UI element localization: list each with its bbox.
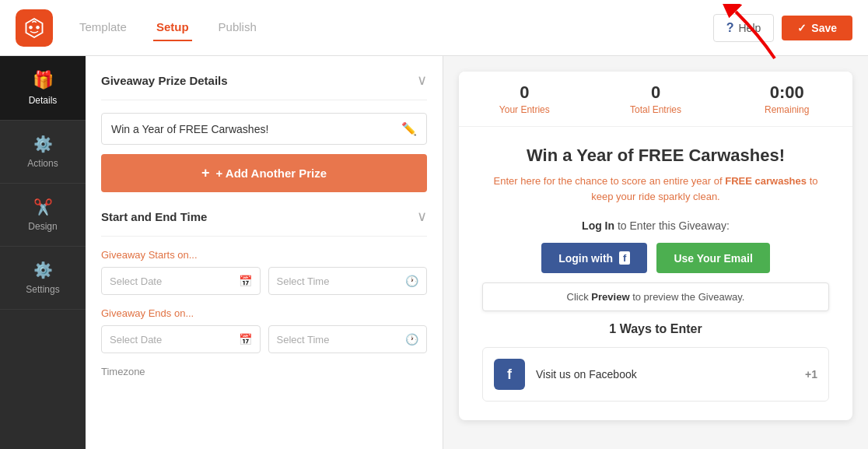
start-date-input[interactable]: Select Date 📅	[101, 267, 261, 295]
ends-label: Giveaway Ends on...	[101, 307, 427, 319]
sidebar-item-design-label: Design	[28, 221, 57, 232]
prize-edit-icon[interactable]: ✏️	[401, 121, 417, 136]
fb-login-text: Login with	[558, 252, 613, 265]
fb-entry-icon: f	[494, 359, 525, 390]
prize-section-title: Giveaway Prize Details	[101, 74, 228, 87]
stat-remaining: 0:00 Remaining	[721, 82, 852, 115]
login-prompt-strong: Log In	[582, 219, 614, 232]
prize-input-row: Win a Year of FREE Carwashes! ✏️	[101, 113, 427, 145]
total-entries-value: 0	[590, 82, 722, 103]
sidebar: 🎁 Details ⚙️ Actions ✂️ Design ⚙️ Settin…	[0, 56, 86, 449]
tooltip-bold: Preview	[591, 291, 629, 303]
end-time-input[interactable]: Select Time 🕐	[268, 325, 428, 353]
help-label: Help	[739, 22, 761, 34]
save-label: Save	[811, 22, 837, 34]
schedule-section-header: Start and End Time ∨	[101, 208, 427, 237]
preview-title: Win a Year of FREE Carwashes!	[482, 146, 829, 166]
desc-highlight: FREE carwashes	[725, 175, 807, 187]
email-login-text: Use Your Email	[674, 252, 752, 265]
schedule-section-toggle[interactable]: ∨	[417, 208, 427, 225]
nav-tabs: Template Setup Publish	[76, 14, 713, 41]
help-icon: ?	[726, 21, 734, 35]
tooltip-prefix: Click	[567, 291, 592, 303]
login-buttons: Login with f Use Your Email	[482, 243, 829, 273]
prize-section-toggle[interactable]: ∨	[417, 72, 427, 89]
remaining-label: Remaining	[721, 104, 852, 115]
login-prompt: Log In to Enter this Giveaway:	[482, 219, 829, 232]
check-icon: ✓	[797, 22, 807, 34]
timezone-label: Timezone	[101, 366, 427, 377]
login-prompt-suffix: to Enter this Giveaway:	[614, 219, 730, 232]
start-date-time-row: Select Date 📅 Select Time 🕐	[101, 267, 427, 295]
main-layout: 🎁 Details ⚙️ Actions ✂️ Design ⚙️ Settin…	[0, 56, 868, 449]
sidebar-item-settings[interactable]: ⚙️ Settings	[0, 247, 86, 310]
settings-icon: ⚙️	[33, 261, 53, 279]
stat-your-entries: 0 Your Entries	[459, 82, 590, 115]
sidebar-item-design[interactable]: ✂️ Design	[0, 184, 86, 247]
desc-part1: Enter here for the chance to score an en…	[494, 175, 726, 187]
plus-icon: +	[201, 165, 210, 181]
ways-to-enter-title: 1 Ways to Enter	[482, 322, 829, 336]
schedule-section-title: Start and End Time	[101, 210, 207, 223]
clock-icon-start: 🕐	[405, 275, 418, 287]
calendar-icon-end: 📅	[239, 333, 252, 346]
content-area: Giveaway Prize Details ∨ Win a Year of F…	[86, 56, 868, 449]
entry-plus: +1	[805, 368, 817, 381]
email-login-button[interactable]: Use Your Email	[656, 243, 769, 273]
logo[interactable]	[16, 9, 53, 47]
preview-description: Enter here for the chance to score an en…	[482, 174, 829, 204]
help-button[interactable]: ? Help	[713, 14, 775, 42]
preview-content: Win a Year of FREE Carwashes! Enter here…	[459, 127, 852, 420]
giveaway-starts-group: Giveaway Starts on... Select Date 📅 Sele…	[101, 249, 427, 295]
end-date-placeholder: Select Date	[110, 334, 233, 346]
entry-label: Visit us on Facebook	[536, 368, 794, 381]
save-button[interactable]: ✓ Save	[782, 16, 852, 40]
clock-icon-end: 🕐	[405, 333, 418, 346]
design-icon: ✂️	[33, 198, 53, 216]
sidebar-item-actions[interactable]: ⚙️ Actions	[0, 121, 86, 184]
start-time-input[interactable]: Select Time 🕐	[268, 267, 428, 295]
giveaway-ends-group: Giveaway Ends on... Select Date 📅 Select…	[101, 307, 427, 353]
prize-name-text: Win a Year of FREE Carwashes!	[111, 123, 395, 135]
tab-publish[interactable]: Publish	[215, 14, 260, 41]
tooltip-suffix: to preview the Giveaway.	[630, 291, 745, 303]
your-entries-label: Your Entries	[459, 104, 590, 115]
stats-bar: 0 Your Entries 0 Total Entries 0:00 Rema…	[459, 72, 852, 127]
top-nav: Template Setup Publish ? Help ✓ Save	[0, 0, 868, 56]
svg-point-2	[36, 26, 40, 30]
start-time-placeholder: Select Time	[277, 275, 400, 287]
facebook-login-button[interactable]: Login with f	[541, 243, 647, 273]
end-time-placeholder: Select Time	[277, 334, 400, 346]
preview-card: 0 Your Entries 0 Total Entries 0:00 Rema…	[459, 72, 852, 420]
sidebar-item-actions-label: Actions	[27, 158, 58, 169]
left-panel: Giveaway Prize Details ∨ Win a Year of F…	[86, 56, 443, 449]
total-entries-label: Total Entries	[590, 104, 722, 115]
start-date-placeholder: Select Date	[110, 275, 233, 287]
calendar-icon-start: 📅	[239, 275, 252, 287]
your-entries-value: 0	[459, 82, 590, 103]
sidebar-item-details-label: Details	[29, 95, 58, 106]
svg-point-1	[29, 26, 33, 30]
add-prize-label: + Add Another Prize	[215, 167, 327, 180]
end-date-time-row: Select Date 📅 Select Time 🕐	[101, 325, 427, 353]
sidebar-item-details[interactable]: 🎁 Details	[0, 56, 86, 121]
end-date-input[interactable]: Select Date 📅	[101, 325, 261, 353]
stat-total-entries: 0 Total Entries	[590, 82, 722, 115]
right-preview: 0 Your Entries 0 Total Entries 0:00 Rema…	[443, 56, 868, 449]
gift-icon: 🎁	[33, 70, 54, 90]
add-prize-button[interactable]: + + Add Another Prize	[101, 154, 427, 192]
preview-tooltip: Click Preview to preview the Giveaway.	[482, 282, 829, 311]
tab-setup[interactable]: Setup	[153, 14, 192, 41]
tab-template[interactable]: Template	[76, 14, 130, 41]
facebook-icon: f	[619, 251, 630, 265]
sidebar-item-settings-label: Settings	[26, 284, 59, 295]
remaining-value: 0:00	[721, 82, 852, 103]
entry-item-facebook: f Visit us on Facebook +1	[482, 347, 829, 402]
prize-section-header: Giveaway Prize Details ∨	[101, 72, 427, 100]
nav-actions: ? Help ✓ Save	[713, 14, 852, 42]
starts-label: Giveaway Starts on...	[101, 249, 427, 261]
actions-icon: ⚙️	[33, 135, 53, 153]
